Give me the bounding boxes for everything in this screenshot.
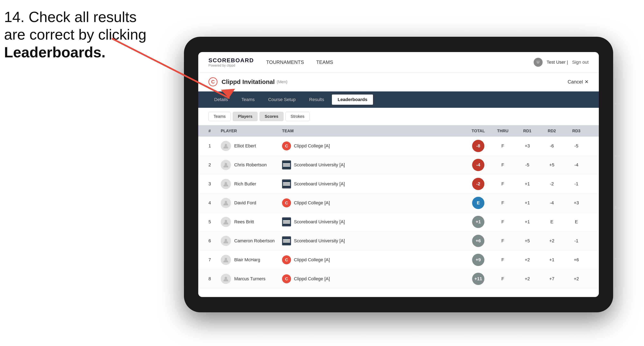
- logo-text: SCOREBOARD: [208, 57, 254, 64]
- tab-teams[interactable]: Teams: [236, 95, 260, 105]
- col-team: TEAM: [282, 129, 364, 133]
- nav-tournaments[interactable]: TOURNAMENTS: [266, 59, 304, 65]
- nav-links: TOURNAMENTS TEAMS: [266, 59, 534, 65]
- rd2: +2: [540, 238, 564, 244]
- player-avatar: [221, 179, 231, 189]
- thru: F: [490, 200, 515, 205]
- row-rank: 6: [208, 238, 221, 244]
- col-rd3: RD3: [564, 129, 588, 133]
- tab-details[interactable]: Details: [208, 95, 234, 105]
- leaderboard-table: # PLAYER TEAM TOTAL THRU RD1 RD2 RD3 1 E…: [198, 125, 599, 297]
- logo-sub: Powered by clippd: [208, 64, 254, 67]
- team-name: Scoreboard University [A]: [294, 181, 345, 186]
- total-score: -4: [466, 159, 490, 171]
- annotation-text: 14. Check all results are correct by cli…: [4, 8, 146, 61]
- thru: F: [490, 143, 515, 149]
- score-badge: +11: [472, 273, 484, 285]
- cancel-button[interactable]: Cancel ✕: [568, 79, 588, 85]
- filter-scores[interactable]: Scores: [260, 112, 284, 121]
- sign-out-link[interactable]: Sign out: [572, 60, 588, 65]
- player-avatar: [221, 141, 231, 151]
- player-cell: David Ford: [221, 198, 282, 208]
- player-cell: Rich Butler: [221, 179, 282, 189]
- user-name: Test User |: [547, 60, 568, 65]
- table-row: 3 Rich Butler Scoreboard University [A] …: [198, 174, 599, 193]
- filter-players[interactable]: Players: [233, 112, 258, 121]
- player-name: Blair McHarg: [234, 257, 260, 263]
- player-name: Elliot Ebert: [234, 143, 256, 149]
- rd3: -5: [564, 143, 588, 149]
- team-name: Scoreboard University [A]: [294, 162, 345, 168]
- team-name: Clippd College [A]: [294, 200, 330, 205]
- filter-teams[interactable]: Teams: [208, 112, 231, 121]
- total-score: -8: [466, 140, 490, 152]
- rd3: -4: [564, 162, 588, 168]
- player-avatar: [221, 198, 231, 208]
- total-score: +6: [466, 235, 490, 247]
- filter-strokes[interactable]: Strokes: [286, 112, 310, 121]
- tournament-header: C Clippd Invitational (Men) Cancel ✕: [198, 72, 599, 91]
- rd2: E: [540, 219, 564, 224]
- rd3: -1: [564, 181, 588, 186]
- team-logo: C: [282, 255, 291, 264]
- rd2: -2: [540, 181, 564, 186]
- player-avatar: [221, 274, 231, 284]
- annotation-bold: Leaderboards.: [4, 44, 106, 60]
- rd3: +2: [564, 276, 588, 282]
- score-badge: +9: [472, 254, 484, 266]
- total-score: E: [466, 197, 490, 209]
- player-cell: Elliot Ebert: [221, 141, 282, 151]
- team-logo: C: [282, 142, 291, 151]
- player-name: Rees Britt: [234, 219, 254, 224]
- score-badge: -4: [472, 159, 484, 171]
- table-row: 6 Cameron Robertson Scoreboard Universit…: [198, 231, 599, 250]
- col-thru: THRU: [490, 129, 515, 133]
- tournament-icon: C: [208, 77, 218, 86]
- team-cell: C Clippd College [A]: [282, 198, 364, 207]
- team-logo: C: [282, 274, 291, 283]
- table-header: # PLAYER TEAM TOTAL THRU RD1 RD2 RD3: [198, 125, 599, 137]
- table-row: 8 Marcus Turners C Clippd College [A] +1…: [198, 269, 599, 288]
- tab-results[interactable]: Results: [304, 95, 330, 105]
- rd3: +6: [564, 257, 588, 263]
- col-total: TOTAL: [466, 129, 490, 133]
- thru: F: [490, 219, 515, 224]
- col-rd1: RD1: [515, 129, 540, 133]
- team-name: Clippd College [A]: [294, 276, 330, 282]
- team-name: Clippd College [A]: [294, 143, 330, 149]
- player-cell: Cameron Robertson: [221, 236, 282, 246]
- rd3: -1: [564, 238, 588, 244]
- player-name: Cameron Robertson: [234, 238, 275, 244]
- player-name: Marcus Turners: [234, 276, 266, 282]
- player-avatar: [221, 236, 231, 246]
- total-score: +9: [466, 254, 490, 266]
- tablet-device: SCOREBOARD Powered by clippd TOURNAMENTS…: [184, 37, 613, 312]
- score-badge: -8: [472, 140, 484, 152]
- score-badge: +1: [472, 216, 484, 228]
- thru: F: [490, 257, 515, 263]
- total-score: +11: [466, 273, 490, 285]
- rd1: +1: [515, 219, 540, 224]
- rd1: +2: [515, 276, 540, 282]
- col-spacer: [364, 129, 466, 133]
- row-rank: 4: [208, 200, 221, 205]
- team-cell: Scoreboard University [A]: [282, 161, 364, 170]
- tab-leaderboards[interactable]: Leaderboards: [332, 95, 373, 105]
- rd1: +5: [515, 238, 540, 244]
- tournament-title: Clippd Invitational: [222, 78, 275, 85]
- tab-course-setup[interactable]: Course Setup: [262, 95, 302, 105]
- nav-teams[interactable]: TEAMS: [316, 59, 333, 65]
- score-badge: E: [472, 197, 484, 209]
- rd2: +5: [540, 162, 564, 168]
- thru: F: [490, 276, 515, 282]
- team-cell: C Clippd College [A]: [282, 274, 364, 283]
- table-row: 4 David Ford C Clippd College [A] E F +1…: [198, 193, 599, 212]
- rd1: -5: [515, 162, 540, 168]
- rd1: +3: [515, 143, 540, 149]
- team-name: Clippd College [A]: [294, 257, 330, 263]
- table-row: 1 Elliot Ebert C Clippd College [A] -8 F…: [198, 137, 599, 156]
- rd1: +1: [515, 200, 540, 205]
- player-cell: Chris Robertson: [221, 160, 282, 170]
- player-name: David Ford: [234, 200, 256, 205]
- total-score: -2: [466, 178, 490, 190]
